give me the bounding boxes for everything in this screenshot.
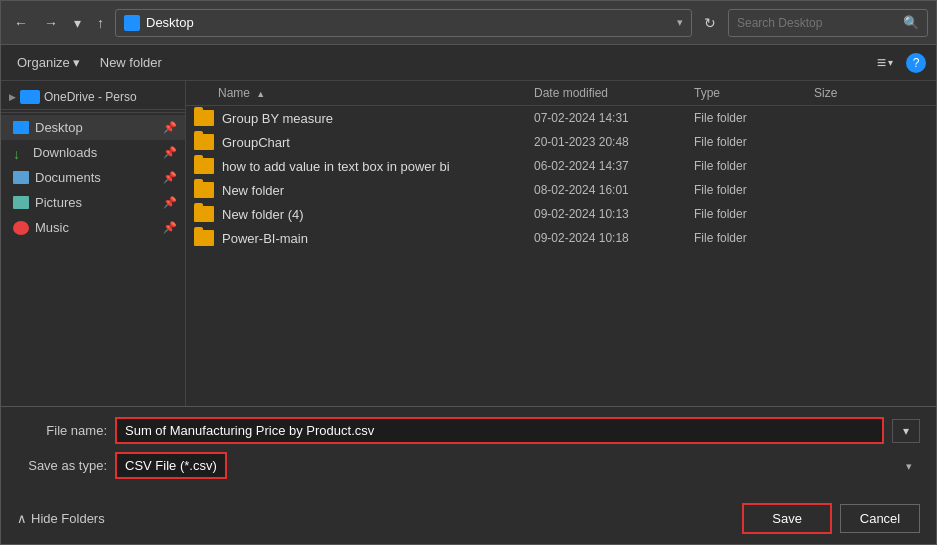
sidebar-label-downloads: Downloads [33,145,97,160]
search-input[interactable] [737,16,899,30]
sidebar-item-documents[interactable]: Documents 📌 [1,165,185,190]
column-type[interactable]: Type [686,86,806,100]
savetype-label: Save as type: [17,458,107,473]
sidebar-item-downloads[interactable]: ↓ Downloads 📌 [1,140,185,165]
file-type: File folder [686,111,806,125]
sidebar-item-music[interactable]: Music 📌 [1,215,185,240]
hide-folders-label: Hide Folders [31,511,105,526]
column-size[interactable]: Size [806,86,837,100]
hide-folders-button[interactable]: ∧ Hide Folders [17,511,105,526]
filename-dropdown-button[interactable]: ▾ [892,419,920,443]
table-row[interactable]: how to add value in text box in power bi… [186,154,936,178]
search-icon: 🔍 [903,15,919,30]
sidebar-item-pictures[interactable]: Pictures 📌 [1,190,185,215]
folder-icon [194,206,214,222]
filename-input[interactable] [115,417,884,444]
history-dropdown-button[interactable]: ▾ [69,12,86,34]
file-type: File folder [686,231,806,245]
forward-button[interactable]: → [39,12,63,34]
table-row[interactable]: Power-BI-main 09-02-2024 10:18 File fold… [186,226,936,250]
file-date: 07-02-2024 14:31 [526,111,686,125]
file-type: File folder [686,207,806,221]
table-row[interactable]: New folder 08-02-2024 16:01 File folder [186,178,936,202]
file-date: 09-02-2024 10:13 [526,207,686,221]
bottom-form: File name: ▾ Save as type: CSV File (*.c… [1,406,936,497]
file-name: New folder [222,183,284,198]
file-date: 06-02-2024 14:37 [526,159,686,173]
sort-arrow-icon: ▲ [256,89,265,99]
view-icon: ≡ [877,54,886,72]
savetype-select[interactable]: CSV File (*.csv) [115,452,227,479]
pin-icon-downloads: 📌 [163,146,177,159]
folder-icon [194,158,214,174]
view-chevron-icon: ▾ [888,57,893,68]
address-path[interactable]: Desktop ▾ [115,9,692,37]
filename-label: File name: [17,423,107,438]
file-name: how to add value in text box in power bi [222,159,450,174]
file-pane: Name ▲ Date modified Type Size [186,81,936,406]
savetype-wrapper: CSV File (*.csv) ▾ [115,452,920,479]
new-folder-label: New folder [100,55,162,70]
toolbar: Organize ▾ New folder ≡ ▾ ? [1,45,936,81]
documents-icon [13,171,29,184]
file-type: File folder [686,183,806,197]
column-date[interactable]: Date modified [526,86,686,100]
folder-icon [194,134,214,150]
sidebar-label-music: Music [35,220,69,235]
help-label: ? [913,56,920,70]
file-name: Power-BI-main [222,231,308,246]
path-text: Desktop [146,15,194,30]
pin-icon-pictures: 📌 [163,196,177,209]
pictures-icon [13,196,29,209]
column-name[interactable]: Name ▲ [186,86,526,100]
file-name: GroupChart [222,135,290,150]
organize-button[interactable]: Organize ▾ [11,52,86,73]
file-type: File folder [686,159,806,173]
savetype-row: Save as type: CSV File (*.csv) ▾ [17,452,920,479]
save-button[interactable]: Save [742,503,832,534]
new-folder-button[interactable]: New folder [94,52,168,73]
file-type: File folder [686,135,806,149]
file-list-header: Name ▲ Date modified Type Size [186,81,936,106]
footer-area: ∧ Hide Folders Save Cancel [1,497,936,544]
folder-icon [194,182,214,198]
table-row[interactable]: GroupChart 20-01-2023 20:48 File folder [186,130,936,154]
sidebar-item-desktop[interactable]: Desktop 📌 [1,115,185,140]
folder-icon [194,230,214,246]
table-row[interactable]: Group BY measure 07-02-2024 14:31 File f… [186,106,936,130]
cancel-button[interactable]: Cancel [840,504,920,533]
onedrive-label: OneDrive - Perso [44,90,137,104]
back-button[interactable]: ← [9,12,33,34]
table-row[interactable]: New folder (4) 09-02-2024 10:13 File fol… [186,202,936,226]
up-button[interactable]: ↑ [92,12,109,34]
save-dialog: ← → ▾ ↑ Desktop ▾ ↻ 🔍 Organize ▾ New fol… [0,0,937,545]
view-button[interactable]: ≡ ▾ [872,51,898,75]
refresh-button[interactable]: ↻ [698,12,722,34]
path-chevron-icon: ▾ [677,16,683,29]
path-icon [124,15,140,31]
sidebar-label-desktop: Desktop [35,120,83,135]
onedrive-icon [20,90,40,104]
file-date: 09-02-2024 10:18 [526,231,686,245]
sidebar-item-onedrive[interactable]: ▶ OneDrive - Perso [1,85,185,110]
filename-row: File name: ▾ [17,417,920,444]
file-list: Group BY measure 07-02-2024 14:31 File f… [186,106,936,406]
folder-icon [194,110,214,126]
file-date: 20-01-2023 20:48 [526,135,686,149]
help-button[interactable]: ? [906,53,926,73]
search-box: 🔍 [728,9,928,37]
organize-label: Organize [17,55,70,70]
desktop-icon [13,121,29,134]
organize-chevron-icon: ▾ [73,55,80,70]
pin-icon-music: 📌 [163,221,177,234]
sidebar: ▶ OneDrive - Perso Desktop 📌 ↓ Downloads… [1,81,186,406]
main-area: ▶ OneDrive - Perso Desktop 📌 ↓ Downloads… [1,81,936,406]
pin-icon: 📌 [163,121,177,134]
downloads-icon: ↓ [13,146,27,160]
address-bar: ← → ▾ ↑ Desktop ▾ ↻ 🔍 [1,1,936,45]
sidebar-label-pictures: Pictures [35,195,82,210]
hide-folders-chevron-icon: ∧ [17,511,27,526]
sidebar-label-documents: Documents [35,170,101,185]
music-icon [13,221,29,235]
onedrive-chevron-icon: ▶ [9,92,16,102]
